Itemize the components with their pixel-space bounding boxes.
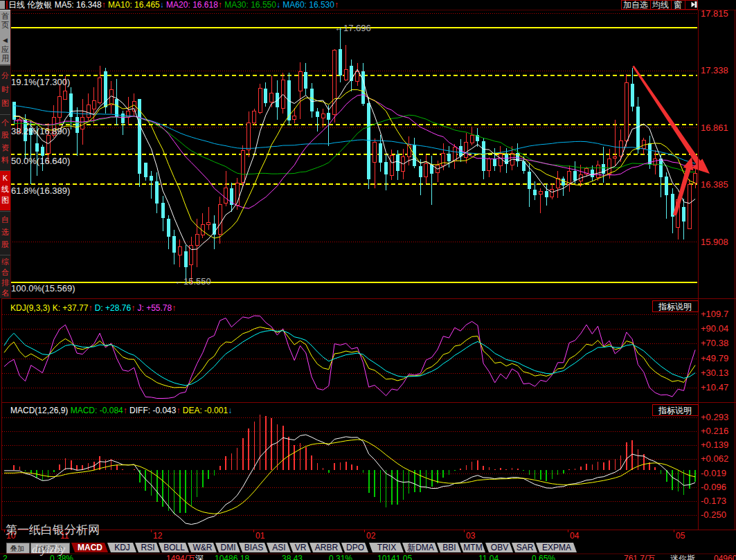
svg-text:+109.7: +109.7 [701,309,728,319]
svg-text:VR: VR [295,543,307,552]
svg-text:38.43: 38.43 [282,554,303,560]
svg-text:03: 03 [466,531,476,541]
svg-text:12: 12 [153,531,163,541]
svg-text:BOLL: BOLL [163,543,185,552]
svg-text:17.815: 17.815 [701,8,728,19]
svg-text:←15.550: ←15.550 [174,276,211,287]
svg-text:MACD(12,26,9) MACD: -0.084↑ DI: MACD(12,26,9) MACD: -0.084↑ DIFF: -0.043… [10,406,232,415]
svg-text:新DMA: 新DMA [407,543,434,552]
svg-text:16.385: 16.385 [701,179,728,190]
svg-text:SAR: SAR [517,543,534,552]
svg-text:04: 04 [570,531,580,541]
svg-text:RSI: RSI [141,543,154,552]
svg-text:38.2%(16.890): 38.2%(16.890) [11,126,70,136]
svg-text:排: 排 [1,278,9,287]
svg-text:+30.13: +30.13 [701,368,728,378]
svg-text:用: 用 [1,54,9,62]
svg-text:01: 01 [255,531,265,541]
svg-text:深: 深 [195,554,204,560]
svg-text:1494/万: 1494/万 [166,554,195,560]
svg-text:ARBR: ARBR [315,543,339,552]
svg-text:个: 个 [1,118,9,127]
svg-text:DPO: DPO [346,543,364,552]
svg-text:K: K [3,174,8,182]
svg-text:图: 图 [1,196,9,204]
svg-text:100.0%(15.569): 100.0%(15.569) [11,283,75,293]
svg-text:EXPMA: EXPMA [542,543,571,552]
svg-text:10486.18: 10486.18 [215,554,249,560]
svg-text:首: 首 [1,12,9,20]
svg-text:页: 页 [1,21,9,29]
svg-text:第一纸白银分析网: 第一纸白银分析网 [6,523,100,536]
svg-text:10141.05: 10141.05 [377,554,412,560]
svg-text:指标说明: 指标说明 [658,406,692,415]
svg-text:+0.293: +0.293 [701,412,728,422]
svg-text:合: 合 [1,268,9,276]
svg-text:DMI: DMI [221,543,236,552]
svg-text:线: 线 [1,185,9,193]
svg-text:均线: 均线 [652,0,669,10]
svg-text:KDJ(9,3,3) K: +37.77↑ D: +28.7: KDJ(9,3,3) K: +37.77↑ D: +28.76↑ J: +55.… [10,303,176,313]
svg-text:窗: 窗 [674,0,682,10]
svg-text:股: 股 [1,240,9,249]
svg-text:+49.79: +49.79 [701,353,728,363]
svg-text:指标说明: 指标说明 [658,302,692,311]
svg-text:05: 05 [676,531,685,541]
svg-text:+10.47: +10.47 [701,382,728,392]
svg-text:+0.062: +0.062 [701,453,728,464]
svg-text:04960: 04960 [714,554,736,560]
svg-text:761.7/万: 761.7/万 [624,554,655,560]
svg-text:分: 分 [1,71,9,80]
svg-text:-0.019: -0.019 [701,468,726,478]
svg-text:ASI: ASI [272,543,285,552]
svg-text:名: 名 [1,289,9,297]
svg-text:选: 选 [1,228,9,236]
svg-text:16.861: 16.861 [701,123,728,133]
svg-text:迷你斯: 迷你斯 [670,554,695,560]
svg-text:时: 时 [1,85,9,93]
svg-text:50.0%(16.640): 50.0%(16.640) [11,156,70,166]
svg-text:←17.696: ←17.696 [334,23,371,33]
svg-text:加自选: 加自选 [623,0,648,10]
svg-text:叠加: 叠加 [10,545,24,552]
svg-text:-0.250: -0.250 [701,509,726,520]
svg-text:61.8%(16.389): 61.8%(16.389) [11,186,70,196]
svg-text:综: 综 [1,258,9,266]
svg-text:BBI: BBI [442,543,456,552]
svg-text:应: 应 [1,45,9,53]
svg-text:+0.216: +0.216 [701,426,728,436]
svg-text:02: 02 [366,531,376,541]
svg-text:17.338: 17.338 [701,65,728,75]
svg-text:BIAS: BIAS [244,543,263,552]
svg-text:◀: ◀ [3,37,8,44]
svg-text:料: 料 [1,156,9,164]
svg-text:+90.04: +90.04 [701,323,728,334]
svg-text:19.1%(17.300): 19.1%(17.300) [11,77,70,87]
svg-text:TRIX: TRIX [377,543,396,552]
svg-text:日线 伦敦银 MA5: 16.348↑ MA10: 16.4: 日线 伦敦银 MA5: 16.348↑ MA10: 16.465↓ MA20: … [8,0,339,10]
svg-text:W&R: W&R [193,543,213,552]
svg-text:-0.173: -0.173 [701,496,726,506]
svg-text:0.31%: 0.31% [329,554,352,560]
svg-text:资: 资 [1,143,9,152]
svg-text:KDJ: KDJ [114,543,130,552]
svg-text:+0.139: +0.139 [701,440,728,450]
svg-text:11.04: 11.04 [478,554,499,560]
svg-text:股: 股 [1,131,9,139]
svg-text:+70.38: +70.38 [701,338,728,348]
svg-text:15.908: 15.908 [701,237,728,247]
svg-text:自: 自 [1,215,9,224]
svg-text:图: 图 [1,99,9,107]
svg-text:MACD: MACD [78,543,102,552]
svg-text:MTM: MTM [463,543,482,552]
svg-text:diyizby: diyizby [32,543,66,556]
svg-text:-0.096: -0.096 [701,482,726,492]
svg-text:OBV: OBV [491,543,508,552]
svg-text:0.65%: 0.65% [532,554,555,560]
svg-text:2: 2 [3,554,8,560]
